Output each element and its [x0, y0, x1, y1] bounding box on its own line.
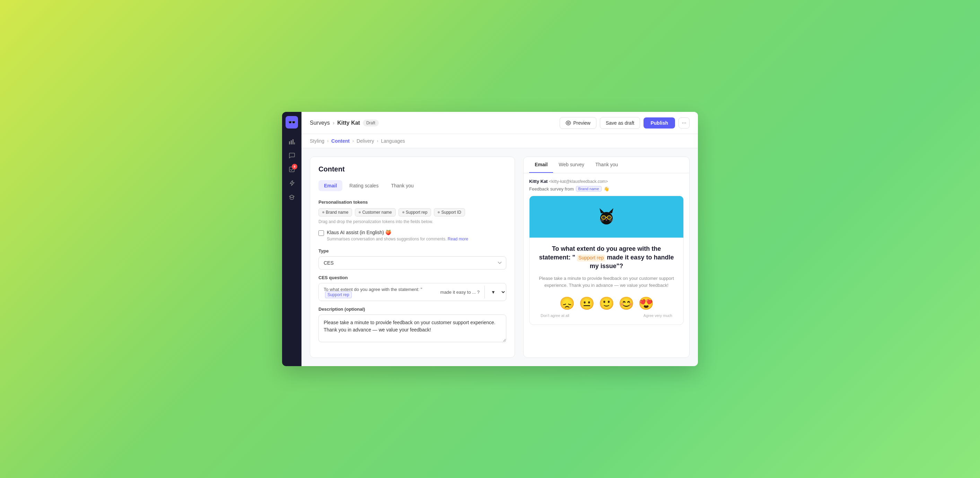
emoji-item-3[interactable]: 🙂: [599, 296, 614, 311]
eye-icon: [566, 120, 571, 126]
personalisation-tokens-label: Personalisation tokens: [318, 200, 506, 205]
token-support-id[interactable]: Support ID: [434, 208, 465, 216]
type-field-group: Type CESCSATNPS: [318, 248, 506, 270]
description-textarea[interactable]: [318, 314, 506, 342]
token-support-rep[interactable]: Support rep: [399, 208, 431, 216]
step-delivery[interactable]: Delivery: [356, 138, 374, 144]
svg-point-14: [606, 219, 607, 221]
emoji-smile: 😊: [619, 296, 634, 311]
svg-point-6: [600, 212, 612, 224]
type-select[interactable]: CESCSATNPS: [318, 256, 506, 270]
step-arrow-3: ›: [377, 138, 379, 143]
ces-question-row: To what extent do you agree with the sta…: [318, 283, 506, 301]
more-options-button[interactable]: ···: [679, 118, 690, 129]
panel-title: Content: [318, 165, 506, 173]
token-dot: [359, 211, 361, 213]
personalisation-tokens-section: Personalisation tokens Brand name Custom…: [318, 200, 506, 224]
ces-question-label: CES question: [318, 275, 506, 280]
emoji-label-right: Agree very much: [644, 313, 672, 318]
emoji-item-1[interactable]: 😞: [559, 296, 575, 311]
ces-question-select[interactable]: ▼: [484, 286, 506, 299]
svg-rect-4: [290, 167, 294, 172]
token-customer-name[interactable]: Customer name: [355, 208, 395, 216]
top-bar-actions: Preview Save as draft Publish ···: [560, 117, 690, 129]
token-dot: [438, 211, 440, 213]
ces-question-text: To what extent do you agree with the sta…: [319, 283, 436, 301]
ai-read-more-link[interactable]: Read more: [448, 237, 468, 241]
step-styling[interactable]: Styling: [310, 138, 325, 144]
tab-thank-you[interactable]: Thank you: [385, 180, 419, 191]
sidebar-item-lightning[interactable]: [286, 177, 298, 189]
app-logo[interactable]: 🕶️: [286, 116, 298, 129]
svg-marker-8: [609, 208, 613, 213]
sidebar-item-chat[interactable]: [286, 149, 298, 162]
breadcrumb-arrow-1: ›: [332, 120, 334, 126]
right-panel: Email Web survey Thank you Kitty Kat <ki…: [523, 157, 690, 358]
description-group: Description (optional): [318, 306, 506, 344]
sidebar-item-analytics[interactable]: [286, 135, 298, 148]
preview-button[interactable]: Preview: [560, 117, 597, 129]
preview-tab-web-survey[interactable]: Web survey: [553, 157, 590, 173]
token-brand-name[interactable]: Brand name: [318, 208, 352, 216]
svg-point-5: [568, 122, 570, 124]
breadcrumb-surveys[interactable]: Surveys: [310, 120, 330, 126]
sidebar: 🕶️: [282, 112, 301, 366]
emoji-love: 😍: [638, 296, 654, 311]
main-area: Surveys › Kitty Kat Draft Preview Save a…: [301, 112, 698, 366]
drag-hint: Drag and drop the personalization tokens…: [318, 219, 506, 224]
type-label: Type: [318, 248, 506, 254]
emoji-neutral: 😐: [579, 296, 595, 311]
svg-rect-3: [294, 142, 295, 145]
sidebar-item-tasks[interactable]: [286, 163, 298, 176]
emoji-label-row: Don't agree at all Agree very much: [538, 313, 675, 318]
ai-assist-desc: Summarises conversation and shows sugges…: [327, 237, 468, 241]
email-body-card: To what extent do you agree with the sta…: [529, 196, 684, 325]
email-subject: Feedback survey from Brand name 👋: [529, 186, 684, 192]
email-preview: Kitty Kat <kitty-kat@klausfeedback.com> …: [523, 173, 689, 330]
email-subject-brand: Brand name: [576, 186, 601, 192]
ai-assist-text: Klaus AI assist (in English) 🍑 Summarise…: [327, 230, 468, 241]
ces-token-support-rep[interactable]: Support rep: [325, 291, 352, 298]
svg-rect-0: [289, 141, 290, 145]
emoji-sad: 😞: [559, 296, 575, 311]
breadcrumb: Surveys › Kitty Kat Draft: [310, 119, 379, 126]
save-draft-button[interactable]: Save as draft: [600, 117, 640, 129]
preview-tab-email[interactable]: Email: [529, 157, 553, 173]
sidebar-item-learn[interactable]: [286, 191, 298, 203]
step-arrow-2: ›: [352, 138, 354, 143]
left-panel: Content Email Rating scales Thank you Pe…: [310, 157, 515, 358]
app-container: 🕶️: [282, 112, 698, 366]
emoji-row: 😞 😐 🙂 😊: [538, 296, 675, 311]
step-nav: Styling › Content › Delivery › Languages: [301, 134, 698, 148]
top-bar: Surveys › Kitty Kat Draft Preview Save a…: [301, 112, 698, 134]
step-languages[interactable]: Languages: [381, 138, 405, 144]
content-area: Content Email Rating scales Thank you Pe…: [301, 148, 698, 366]
emoji-item-4[interactable]: 😊: [619, 296, 634, 311]
preview-tab-bar: Email Web survey Thank you: [523, 157, 689, 173]
emoji-item-5[interactable]: 😍: [638, 296, 654, 311]
kitty-logo: [596, 206, 617, 227]
logo-icon: 🕶️: [288, 119, 296, 126]
emoji-item-2[interactable]: 😐: [579, 296, 595, 311]
tab-email[interactable]: Email: [318, 180, 342, 191]
email-desc: Please take a minute to provide feedback…: [538, 275, 675, 289]
token-dot: [402, 211, 404, 213]
emoji-label-left: Don't agree at all: [541, 313, 570, 318]
publish-button[interactable]: Publish: [644, 118, 675, 129]
email-card-body: To what extent do you agree with the sta…: [530, 238, 683, 324]
email-question: To what extent do you agree with the sta…: [538, 245, 675, 271]
tab-rating-scales[interactable]: Rating scales: [344, 180, 384, 191]
ces-question-group: CES question To what extent do you agree…: [318, 275, 506, 301]
preview-tab-thank-you[interactable]: Thank you: [590, 157, 624, 173]
emoji-slight-smile: 🙂: [599, 296, 614, 311]
svg-marker-7: [600, 208, 605, 213]
breadcrumb-title: Kitty Kat: [337, 120, 360, 126]
ai-assist-checkbox[interactable]: [318, 230, 324, 236]
status-badge: Draft: [363, 119, 379, 126]
ces-question-suffix: made it easy to ... ?: [436, 286, 484, 298]
description-label: Description (optional): [318, 306, 506, 312]
email-hero: [530, 196, 683, 238]
email-question-token: Support rep: [577, 254, 605, 262]
ai-assist-row: Klaus AI assist (in English) 🍑 Summarise…: [318, 230, 506, 241]
step-content[interactable]: Content: [331, 138, 350, 144]
